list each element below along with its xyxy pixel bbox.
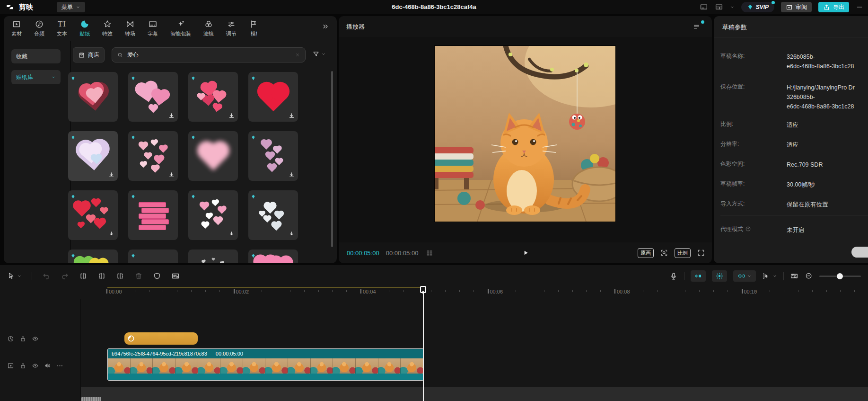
tab-filters[interactable]: 滤镜 — [203, 19, 214, 37]
sticker-tile-dots-partial[interactable] — [188, 250, 238, 263]
frame-view-icon[interactable] — [426, 249, 433, 257]
play-square-icon[interactable] — [7, 362, 14, 369]
timeline-ruler[interactable]: 00:0000:0200:0400:0600:0800:10 — [0, 287, 868, 299]
cursor-button[interactable] — [7, 272, 22, 280]
menu-button[interactable]: 菜单 — [57, 2, 85, 12]
sticker-tile-pink-white-hearts[interactable] — [188, 190, 238, 240]
export-button[interactable]: 导出 — [818, 2, 849, 12]
media-panel: 素材音频TI文本贴纸特效转场字幕智能包装滤镜调节模板 收藏 贴纸库 商店 — [4, 16, 337, 263]
redo-button[interactable] — [61, 272, 69, 280]
shop-button[interactable]: 商店 — [73, 47, 105, 62]
tab-sticker[interactable]: 贴纸 — [79, 19, 90, 37]
sticker-tile-pink-stack[interactable] — [128, 190, 178, 240]
dots-icon[interactable] — [56, 362, 63, 369]
lock-icon[interactable] — [19, 362, 26, 369]
field-value[interactable]: 适应 — [787, 140, 798, 150]
shield-button[interactable] — [153, 272, 161, 280]
split-button[interactable] — [79, 272, 88, 280]
more-tabs-icon[interactable] — [322, 23, 329, 30]
sticker-tile-blur-pink-heart[interactable] — [188, 131, 238, 181]
search-input[interactable] — [126, 51, 292, 59]
sticker-tile-layered-red-heart[interactable] — [68, 72, 118, 122]
sticker-library-button[interactable]: 贴纸库 — [11, 70, 61, 84]
svip-button[interactable]: SVIP — [741, 2, 774, 12]
heart-shape — [202, 204, 207, 209]
clock-icon[interactable] — [7, 335, 14, 342]
speaker-icon[interactable] — [44, 362, 51, 369]
split-left-button[interactable] — [97, 272, 106, 280]
download-icon[interactable] — [228, 231, 235, 238]
layout-split-icon[interactable] — [715, 3, 723, 11]
media-icon — [12, 19, 21, 29]
tab-media[interactable]: 素材 — [11, 19, 22, 37]
filter-group[interactable] — [312, 50, 326, 58]
download-icon[interactable] — [168, 112, 175, 119]
download-icon[interactable] — [288, 231, 295, 238]
ratio-button[interactable]: 比例 — [675, 248, 691, 258]
link-button[interactable] — [733, 270, 756, 282]
eye-icon[interactable] — [32, 335, 39, 342]
split-right-button[interactable] — [116, 272, 124, 280]
sticker-tile-pink-fluffy-partial[interactable] — [248, 250, 298, 263]
review-button[interactable]: 审阅 — [781, 2, 812, 12]
sticker-tile-pink-outline-hearts[interactable] — [128, 72, 178, 122]
ruler-zoom-button[interactable] — [790, 272, 798, 280]
heart-shape — [214, 105, 220, 111]
magnet-button[interactable] — [691, 270, 706, 282]
timeline-zoom-slider[interactable] — [819, 276, 861, 277]
layout-chevron-icon[interactable] — [730, 5, 735, 9]
undo-button[interactable] — [42, 272, 51, 280]
filmstrip-frame — [333, 358, 356, 374]
sticker-tile-tiny-hearts-scatter[interactable] — [128, 131, 178, 181]
fullscreen-icon[interactable] — [697, 249, 705, 257]
cursor-clip-button[interactable] — [762, 272, 777, 280]
sticker-clip[interactable] — [124, 332, 198, 345]
layout-single-icon[interactable] — [700, 3, 708, 11]
clip-fragment[interactable] — [81, 397, 101, 401]
mic-button[interactable] — [669, 272, 678, 280]
download-icon[interactable] — [108, 231, 115, 238]
sticker-tile-red-hearts-scatter[interactable] — [68, 190, 118, 240]
play-button[interactable] — [522, 249, 529, 257]
download-icon[interactable] — [288, 112, 295, 119]
tab-text[interactable]: TI文本 — [57, 19, 67, 37]
ruler-major-tick — [106, 289, 107, 294]
modify-button[interactable] — [851, 247, 868, 258]
player-menu-icon[interactable] — [693, 23, 701, 31]
zoom-slider-knob[interactable] — [837, 273, 843, 279]
sticker-scrollbar[interactable] — [331, 71, 333, 247]
original-quality-button[interactable]: 原画 — [638, 248, 654, 258]
sticker-tile-badge-only[interactable] — [128, 250, 178, 263]
tab-captions[interactable]: 字幕 — [148, 19, 158, 37]
download-icon[interactable] — [108, 171, 115, 178]
sticker-tile-mauve-hearts[interactable] — [248, 131, 298, 181]
sticker-tile-white-outline-hearts[interactable] — [248, 190, 298, 240]
zoom-out-button[interactable] — [805, 272, 813, 280]
tab-adjust[interactable]: 调节 — [226, 19, 237, 37]
lock-icon[interactable] — [19, 335, 26, 342]
favorites-button[interactable]: 收藏 — [11, 49, 61, 63]
minimize-icon[interactable] — [856, 3, 863, 11]
sticker-tile-green-yellow-partial[interactable] — [68, 250, 118, 263]
playhead-handle[interactable] — [420, 286, 426, 293]
card-x-button[interactable] — [171, 272, 180, 280]
tab-transition[interactable]: 转场 — [125, 19, 135, 37]
tab-sparkle[interactable]: 智能包装 — [170, 19, 191, 37]
trash-button[interactable] — [134, 272, 143, 280]
sticker-tile-pastel-3d-heart[interactable] — [68, 131, 118, 181]
download-icon[interactable] — [288, 171, 295, 178]
sticker-tile-pink-heart-cluster[interactable] — [188, 72, 238, 122]
download-icon[interactable] — [228, 112, 235, 119]
tab-audio[interactable]: 音频 — [34, 19, 44, 37]
download-icon[interactable] — [168, 171, 175, 178]
tab-star[interactable]: 特效 — [102, 19, 113, 37]
video-clip[interactable]: b94756fc-25f8-4764-95cd-219c81870c83 00:… — [107, 348, 424, 381]
clear-search-icon[interactable] — [295, 52, 300, 58]
sticker-tile-solid-red-heart[interactable] — [248, 72, 298, 122]
help-icon[interactable] — [745, 226, 751, 232]
tab-template[interactable]: 模板 — [249, 19, 258, 37]
eye-icon[interactable] — [32, 362, 39, 369]
burst-button[interactable] — [712, 270, 727, 282]
zoom-preview-icon[interactable] — [660, 249, 668, 257]
field-value[interactable]: 适应 — [787, 120, 798, 130]
